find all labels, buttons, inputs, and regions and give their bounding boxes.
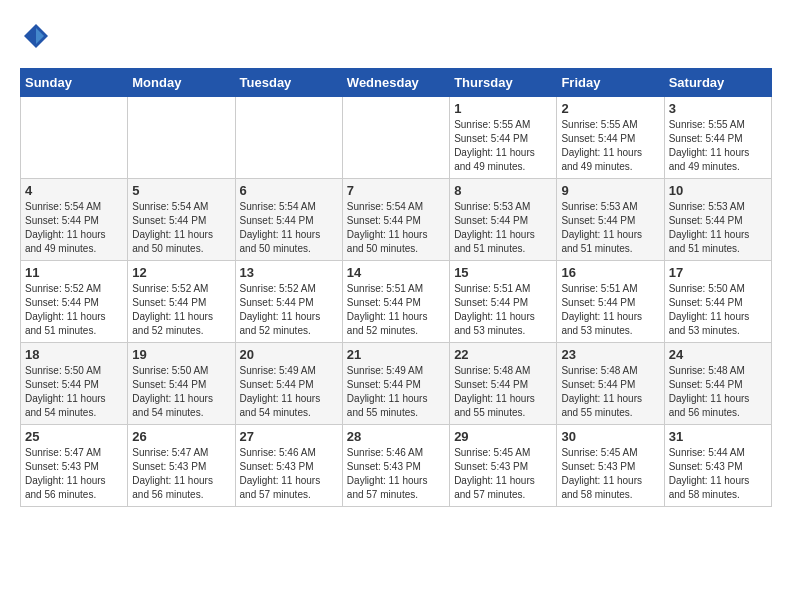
sunset: Sunset: 5:44 PM — [561, 133, 635, 144]
daylight: Daylight: 11 hours and 50 minutes. — [132, 229, 213, 254]
calendar-cell: 23 Sunrise: 5:48 AM Sunset: 5:44 PM Dayl… — [557, 343, 664, 425]
sunset: Sunset: 5:44 PM — [454, 297, 528, 308]
day-number: 25 — [25, 429, 123, 444]
daylight: Daylight: 11 hours and 57 minutes. — [454, 475, 535, 500]
calendar-cell: 8 Sunrise: 5:53 AM Sunset: 5:44 PM Dayli… — [450, 179, 557, 261]
calendar-cell: 6 Sunrise: 5:54 AM Sunset: 5:44 PM Dayli… — [235, 179, 342, 261]
calendar-cell — [342, 97, 449, 179]
sunset: Sunset: 5:44 PM — [347, 297, 421, 308]
sunrise: Sunrise: 5:51 AM — [561, 283, 637, 294]
calendar-week-row: 1 Sunrise: 5:55 AM Sunset: 5:44 PM Dayli… — [21, 97, 772, 179]
calendar-cell: 9 Sunrise: 5:53 AM Sunset: 5:44 PM Dayli… — [557, 179, 664, 261]
calendar-cell: 10 Sunrise: 5:53 AM Sunset: 5:44 PM Dayl… — [664, 179, 771, 261]
sunrise: Sunrise: 5:53 AM — [561, 201, 637, 212]
daylight: Daylight: 11 hours and 51 minutes. — [454, 229, 535, 254]
day-info: Sunrise: 5:55 AM Sunset: 5:44 PM Dayligh… — [454, 118, 552, 174]
calendar-cell: 31 Sunrise: 5:44 AM Sunset: 5:43 PM Dayl… — [664, 425, 771, 507]
sunrise: Sunrise: 5:55 AM — [669, 119, 745, 130]
daylight: Daylight: 11 hours and 56 minutes. — [132, 475, 213, 500]
calendar-header-wednesday: Wednesday — [342, 69, 449, 97]
day-number: 11 — [25, 265, 123, 280]
day-number: 28 — [347, 429, 445, 444]
calendar-cell: 4 Sunrise: 5:54 AM Sunset: 5:44 PM Dayli… — [21, 179, 128, 261]
day-info: Sunrise: 5:45 AM Sunset: 5:43 PM Dayligh… — [454, 446, 552, 502]
day-info: Sunrise: 5:53 AM Sunset: 5:44 PM Dayligh… — [454, 200, 552, 256]
sunrise: Sunrise: 5:53 AM — [454, 201, 530, 212]
calendar: SundayMondayTuesdayWednesdayThursdayFrid… — [20, 68, 772, 507]
calendar-header-monday: Monday — [128, 69, 235, 97]
calendar-cell: 1 Sunrise: 5:55 AM Sunset: 5:44 PM Dayli… — [450, 97, 557, 179]
daylight: Daylight: 11 hours and 56 minutes. — [669, 393, 750, 418]
sunrise: Sunrise: 5:54 AM — [347, 201, 423, 212]
sunset: Sunset: 5:44 PM — [240, 215, 314, 226]
sunset: Sunset: 5:44 PM — [240, 379, 314, 390]
sunrise: Sunrise: 5:54 AM — [25, 201, 101, 212]
day-info: Sunrise: 5:51 AM Sunset: 5:44 PM Dayligh… — [454, 282, 552, 338]
day-number: 20 — [240, 347, 338, 362]
calendar-cell: 26 Sunrise: 5:47 AM Sunset: 5:43 PM Dayl… — [128, 425, 235, 507]
calendar-cell: 13 Sunrise: 5:52 AM Sunset: 5:44 PM Dayl… — [235, 261, 342, 343]
day-info: Sunrise: 5:53 AM Sunset: 5:44 PM Dayligh… — [669, 200, 767, 256]
day-info: Sunrise: 5:52 AM Sunset: 5:44 PM Dayligh… — [132, 282, 230, 338]
sunrise: Sunrise: 5:48 AM — [454, 365, 530, 376]
calendar-cell: 5 Sunrise: 5:54 AM Sunset: 5:44 PM Dayli… — [128, 179, 235, 261]
sunrise: Sunrise: 5:46 AM — [240, 447, 316, 458]
calendar-cell: 21 Sunrise: 5:49 AM Sunset: 5:44 PM Dayl… — [342, 343, 449, 425]
day-number: 31 — [669, 429, 767, 444]
daylight: Daylight: 11 hours and 51 minutes. — [561, 229, 642, 254]
day-number: 22 — [454, 347, 552, 362]
day-number: 6 — [240, 183, 338, 198]
sunrise: Sunrise: 5:46 AM — [347, 447, 423, 458]
day-number: 8 — [454, 183, 552, 198]
sunrise: Sunrise: 5:49 AM — [347, 365, 423, 376]
sunrise: Sunrise: 5:48 AM — [561, 365, 637, 376]
calendar-week-row: 11 Sunrise: 5:52 AM Sunset: 5:44 PM Dayl… — [21, 261, 772, 343]
calendar-header-saturday: Saturday — [664, 69, 771, 97]
sunrise: Sunrise: 5:54 AM — [132, 201, 208, 212]
sunset: Sunset: 5:44 PM — [25, 215, 99, 226]
calendar-cell: 20 Sunrise: 5:49 AM Sunset: 5:44 PM Dayl… — [235, 343, 342, 425]
daylight: Daylight: 11 hours and 56 minutes. — [25, 475, 106, 500]
day-number: 17 — [669, 265, 767, 280]
calendar-cell: 25 Sunrise: 5:47 AM Sunset: 5:43 PM Dayl… — [21, 425, 128, 507]
sunrise: Sunrise: 5:50 AM — [25, 365, 101, 376]
sunrise: Sunrise: 5:47 AM — [25, 447, 101, 458]
sunrise: Sunrise: 5:51 AM — [347, 283, 423, 294]
calendar-header-sunday: Sunday — [21, 69, 128, 97]
day-info: Sunrise: 5:49 AM Sunset: 5:44 PM Dayligh… — [347, 364, 445, 420]
daylight: Daylight: 11 hours and 57 minutes. — [347, 475, 428, 500]
sunset: Sunset: 5:44 PM — [454, 379, 528, 390]
day-number: 5 — [132, 183, 230, 198]
sunset: Sunset: 5:44 PM — [669, 215, 743, 226]
calendar-cell: 30 Sunrise: 5:45 AM Sunset: 5:43 PM Dayl… — [557, 425, 664, 507]
day-number: 7 — [347, 183, 445, 198]
day-number: 26 — [132, 429, 230, 444]
daylight: Daylight: 11 hours and 49 minutes. — [561, 147, 642, 172]
day-info: Sunrise: 5:46 AM Sunset: 5:43 PM Dayligh… — [240, 446, 338, 502]
sunrise: Sunrise: 5:52 AM — [240, 283, 316, 294]
day-info: Sunrise: 5:48 AM Sunset: 5:44 PM Dayligh… — [454, 364, 552, 420]
sunset: Sunset: 5:44 PM — [132, 297, 206, 308]
sunset: Sunset: 5:43 PM — [669, 461, 743, 472]
sunrise: Sunrise: 5:50 AM — [669, 283, 745, 294]
daylight: Daylight: 11 hours and 50 minutes. — [240, 229, 321, 254]
day-number: 24 — [669, 347, 767, 362]
day-info: Sunrise: 5:55 AM Sunset: 5:44 PM Dayligh… — [669, 118, 767, 174]
sunset: Sunset: 5:43 PM — [132, 461, 206, 472]
day-number: 1 — [454, 101, 552, 116]
day-info: Sunrise: 5:50 AM Sunset: 5:44 PM Dayligh… — [25, 364, 123, 420]
daylight: Daylight: 11 hours and 49 minutes. — [25, 229, 106, 254]
day-number: 12 — [132, 265, 230, 280]
day-info: Sunrise: 5:45 AM Sunset: 5:43 PM Dayligh… — [561, 446, 659, 502]
daylight: Daylight: 11 hours and 53 minutes. — [454, 311, 535, 336]
calendar-cell — [21, 97, 128, 179]
calendar-cell: 7 Sunrise: 5:54 AM Sunset: 5:44 PM Dayli… — [342, 179, 449, 261]
daylight: Daylight: 11 hours and 49 minutes. — [669, 147, 750, 172]
sunrise: Sunrise: 5:55 AM — [561, 119, 637, 130]
sunset: Sunset: 5:43 PM — [240, 461, 314, 472]
day-number: 3 — [669, 101, 767, 116]
day-number: 9 — [561, 183, 659, 198]
calendar-week-row: 18 Sunrise: 5:50 AM Sunset: 5:44 PM Dayl… — [21, 343, 772, 425]
calendar-cell: 2 Sunrise: 5:55 AM Sunset: 5:44 PM Dayli… — [557, 97, 664, 179]
sunset: Sunset: 5:44 PM — [561, 379, 635, 390]
